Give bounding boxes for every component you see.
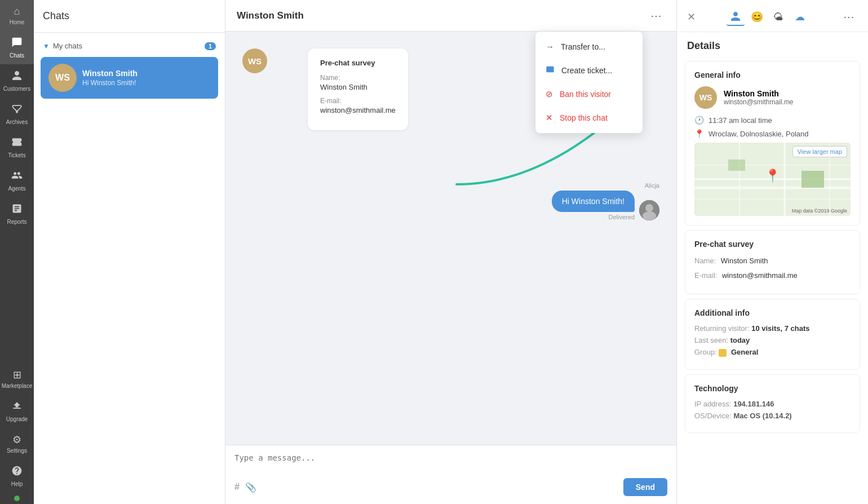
menu-label-transfer: Transfer to...: [561, 42, 605, 51]
survey-details-email-label: E-mail:: [694, 271, 717, 280]
general-info-title: General info: [694, 70, 851, 79]
nav-item-chats[interactable]: Chats: [0, 31, 34, 64]
last-seen-label: Last seen:: [694, 336, 728, 344]
my-chats-label: My chats: [53, 42, 82, 50]
details-tabs-header: ✕ 😊 🌤 ☁ ⋯: [677, 0, 868, 32]
last-seen-value: today: [730, 336, 750, 344]
additional-info-title: Additional info: [694, 308, 851, 317]
help-icon: [11, 465, 23, 479]
home-icon: ⌂: [14, 6, 20, 17]
general-info-card: General info WS Winston Smith winston@sm…: [685, 61, 860, 226]
message-input[interactable]: [234, 453, 667, 474]
input-toolbar: # 📎 Send: [234, 478, 667, 496]
agents-icon: [11, 170, 23, 184]
returning-visitor-row: Returning visitor: 10 visits, 7 chats: [694, 324, 851, 333]
map-view-larger-link[interactable]: View larger map: [792, 146, 847, 157]
customers-icon: [11, 70, 23, 84]
general-info-email: winston@smithmail.me: [724, 98, 794, 106]
nav-item-marketplace[interactable]: ⊞ Marketplace: [0, 363, 34, 395]
my-chats-section: ▼ My chats 1 WS Winston Smith Hi Winston…: [34, 33, 225, 105]
details-panel: ✕ 😊 🌤 ☁ ⋯ Details General info WS Winsto…: [676, 0, 868, 504]
send-button[interactable]: Send: [623, 478, 667, 496]
ip-label: IP address:: [694, 400, 732, 408]
nav-item-archives[interactable]: Archives: [0, 98, 34, 131]
menu-item-create-ticket[interactable]: Create ticket...: [535, 58, 643, 82]
nav-item-customers[interactable]: Customers: [0, 64, 34, 98]
tickets-icon: [11, 136, 23, 151]
survey-field-email: E-mail: winston@smithmail.me: [320, 97, 396, 114]
ip-address-row: IP address: 194.181.146: [694, 400, 851, 408]
location-icon: 📍: [694, 129, 704, 138]
details-close-button[interactable]: ✕: [687, 11, 696, 23]
nav-item-home[interactable]: ⌂ Home: [0, 0, 34, 31]
nav-item-settings[interactable]: ⚙ Settings: [0, 428, 34, 459]
left-navigation: ⌂ Home Chats Customers Archives Tickets …: [0, 0, 34, 504]
map-caption: Map data ©2019 Google: [792, 208, 847, 214]
map-pin: 📍: [765, 169, 780, 183]
survey-details-email-value: winston@smithmail.me: [722, 271, 798, 280]
returning-visitor-value: 10 visits, 7 chats: [751, 324, 809, 333]
chat-window-title: Winston Smith: [237, 10, 304, 21]
survey-details-name-label: Name:: [694, 257, 716, 265]
chat-item[interactable]: WS Winston Smith Hi Winston Smith!: [41, 57, 218, 99]
returning-visitor-label: Returning visitor:: [694, 324, 750, 333]
nav-item-help[interactable]: Help: [0, 459, 34, 493]
tab-cloud[interactable]: ☁: [791, 8, 809, 26]
input-icon-group: # 📎: [234, 482, 256, 493]
last-seen-row: Last seen: today: [694, 336, 851, 344]
tab-weather[interactable]: 🌤: [769, 8, 787, 26]
chat-header-actions: ⋯: [647, 8, 665, 24]
survey-card-title: Pre-chat survey: [320, 59, 396, 67]
menu-item-stop[interactable]: ✕ Stop this chat: [535, 106, 643, 130]
survey-details-name-row: Name: Winston Smith: [694, 255, 851, 266]
chat-item-name: Winston Smith: [82, 69, 210, 78]
settings-icon: ⚙: [12, 434, 21, 446]
survey-email-label: E-mail:: [320, 97, 396, 105]
tab-emoji[interactable]: 😊: [748, 8, 766, 26]
stop-icon: ✕: [546, 113, 553, 123]
os-value: Mac OS (10.14.2): [733, 412, 791, 420]
attachment-button[interactable]: 📎: [245, 482, 256, 493]
chat-header: Winston Smith ⋯: [225, 0, 676, 32]
ticket-icon: [546, 65, 555, 76]
chevron-down-icon: ▼: [43, 42, 50, 50]
general-info-location: Wroclaw, Dolnoslaskie, Poland: [708, 130, 809, 138]
ip-value: 194.181.146: [733, 400, 774, 408]
menu-item-transfer[interactable]: → Transfer to...: [535, 35, 643, 58]
hashtag-button[interactable]: #: [234, 482, 240, 492]
survey-email-value: winston@smithmail.me: [320, 106, 396, 114]
group-value: General: [731, 348, 758, 356]
nav-item-reports[interactable]: Reports: [0, 197, 34, 231]
os-label: OS/Device:: [694, 412, 732, 420]
clock-icon: 🕐: [694, 116, 704, 125]
chat-item-info: Winston Smith Hi Winston Smith!: [82, 69, 210, 87]
general-info-location-row: 📍 Wroclaw, Dolnoslaskie, Poland: [694, 129, 851, 138]
menu-item-ban[interactable]: ⊘ Ban this visitor: [535, 82, 643, 106]
general-info-avatar: WS: [694, 86, 717, 109]
menu-label-ban: Ban this visitor: [560, 90, 611, 99]
svg-rect-14: [728, 160, 745, 171]
general-info-user-row: WS Winston Smith winston@smithmail.me: [694, 86, 851, 109]
menu-label-stop: Stop this chat: [560, 113, 608, 122]
nav-item-tickets[interactable]: Tickets: [0, 131, 34, 164]
tab-user[interactable]: [727, 8, 745, 26]
my-chats-toggle[interactable]: ▼ My chats 1: [41, 37, 218, 55]
nav-item-upgrade[interactable]: Upgrade: [0, 395, 34, 428]
general-info-name: Winston Smith: [724, 89, 794, 98]
svg-rect-4: [546, 67, 553, 73]
archives-icon: [11, 103, 23, 117]
prechat-survey-card: Pre-chat survey Name: Winston Smith E-ma…: [308, 48, 408, 130]
details-more-button[interactable]: ⋯: [840, 9, 858, 25]
survey-details-email-row: E-mail: winston@smithmail.me: [694, 270, 851, 280]
chat-item-preview: Hi Winston Smith!: [82, 79, 210, 87]
os-device-row: OS/Device: Mac OS (10.14.2): [694, 412, 851, 420]
chat-options-button[interactable]: ⋯: [647, 8, 665, 24]
technology-card: Technology IP address: 194.181.146 OS/De…: [685, 374, 860, 433]
chat-list-header: Chats: [34, 0, 225, 33]
nav-item-agents[interactable]: Agents: [0, 164, 34, 197]
survey-name-value: Winston Smith: [320, 83, 396, 91]
map-placeholder: View larger map 📍 Map data ©2019 Google: [694, 143, 851, 216]
group-row: Group: General: [694, 348, 851, 357]
chat-input-area: # 📎 Send: [225, 445, 676, 504]
ban-icon: ⊘: [546, 89, 553, 99]
